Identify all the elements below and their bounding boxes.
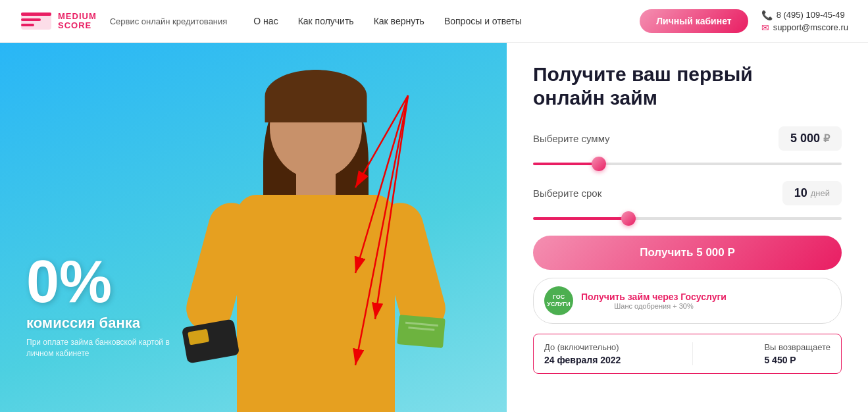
email-icon: ✉ xyxy=(761,22,769,33)
gosuslugi-main-text: Получить займ через Госуслуги xyxy=(581,292,727,302)
get-loan-button[interactable]: Получить 5 000 Р xyxy=(533,236,842,270)
gosuslugi-text: Получить займ через Госуслуги Шанс одобр… xyxy=(581,292,727,310)
logo-medium: MEDIUM xyxy=(58,12,97,21)
gosuslugi-logo: ГОС УСЛУГИ xyxy=(544,286,573,315)
hero-text-overlay: 0% комиссия банка При оплате займа банко… xyxy=(26,252,191,359)
term-value-box: 10 дней xyxy=(782,181,842,205)
nav-about[interactable]: О нас xyxy=(253,16,278,26)
info-item-date: До (включительно) 24 февраля 2022 xyxy=(544,342,621,365)
term-value: 10 xyxy=(794,186,807,200)
main-nav: О нас Как получить Как вернуть Вопросы и… xyxy=(253,16,640,26)
nav-how-to-return[interactable]: Как вернуть xyxy=(374,16,424,26)
phone-number: 8 (495) 109-45-49 xyxy=(777,10,845,20)
svg-rect-3 xyxy=(21,24,34,26)
info-item-return: Вы возвращаете 5 450 Р xyxy=(764,342,830,365)
person-hair-front xyxy=(265,70,367,122)
hero-section: 0% комиссия банка При оплате займа банко… xyxy=(0,43,507,412)
logo-score: SCORE xyxy=(58,21,97,30)
tagline: Сервис онлайн кредитования xyxy=(110,16,228,26)
term-slider[interactable] xyxy=(533,217,842,220)
contact-phone: 📞 8 (495) 109-45-49 xyxy=(761,10,848,20)
sum-value-box: 5 000 ₽ xyxy=(779,126,842,151)
header: MEDIUM SCORE Сервис онлайн кредитования … xyxy=(0,0,868,43)
cabinet-button[interactable]: Личный кабинет xyxy=(640,9,748,33)
hero-person xyxy=(178,50,454,412)
person-money xyxy=(397,315,446,348)
hero-percent: 0% xyxy=(26,252,191,311)
nav-faq[interactable]: Вопросы и ответы xyxy=(444,16,522,26)
card-chip xyxy=(188,329,209,346)
term-label: Выберите срок xyxy=(533,188,601,199)
info-box: До (включительно) 24 февраля 2022 Вы воз… xyxy=(533,334,842,374)
sum-slider-container xyxy=(533,156,842,168)
hero-note: При оплате займа банковской картой в лич… xyxy=(26,337,191,359)
sum-currency: ₽ xyxy=(823,132,830,145)
right-panel: Получите ваш первый онлайн займ Выберите… xyxy=(507,43,868,412)
info-divider xyxy=(692,342,693,365)
sum-slider[interactable] xyxy=(533,163,842,165)
gosuslugi-sub-text: Шанс одобрения + 30% xyxy=(581,302,727,310)
logo: MEDIUM SCORE xyxy=(20,7,97,35)
money-line1 xyxy=(405,322,438,326)
header-right: Личный кабинет 📞 8 (495) 109-45-49 ✉ sup… xyxy=(640,9,848,33)
sum-label: Выберите сумму xyxy=(533,133,610,144)
term-unit: дней xyxy=(811,188,830,198)
info-return-label: Вы возвращаете xyxy=(764,342,830,352)
money-line2 xyxy=(408,326,434,330)
hero-commission: комиссия банка xyxy=(26,315,191,332)
info-return-value: 5 450 Р xyxy=(764,355,830,365)
form-title: Получите ваш первый онлайн займ xyxy=(533,63,842,110)
svg-rect-1 xyxy=(21,13,51,16)
main-content: 0% комиссия банка При оплате займа банко… xyxy=(0,43,868,412)
gosuslugi-logo-text: ГОС УСЛУГИ xyxy=(547,294,570,308)
gosuslugi-button[interactable]: ГОС УСЛУГИ Получить займ через Госуслуги… xyxy=(533,278,842,324)
term-row: Выберите срок 10 дней xyxy=(533,181,842,205)
svg-rect-2 xyxy=(21,18,41,21)
info-date-value: 24 февраля 2022 xyxy=(544,355,621,365)
logo-icon xyxy=(20,7,53,35)
logo-text: MEDIUM SCORE xyxy=(58,12,97,31)
sum-row: Выберите сумму 5 000 ₽ xyxy=(533,126,842,151)
email-address: support@mscore.ru xyxy=(773,22,848,32)
contact-email: ✉ support@mscore.ru xyxy=(761,22,848,33)
contact-info: 📞 8 (495) 109-45-49 ✉ support@mscore.ru xyxy=(761,10,848,33)
phone-icon: 📞 xyxy=(761,10,773,20)
info-date-label: До (включительно) xyxy=(544,342,621,352)
person-body xyxy=(237,195,395,412)
sum-value: 5 000 xyxy=(790,132,820,145)
term-slider-container xyxy=(533,211,842,222)
nav-how-to-get[interactable]: Как получить xyxy=(298,16,354,26)
